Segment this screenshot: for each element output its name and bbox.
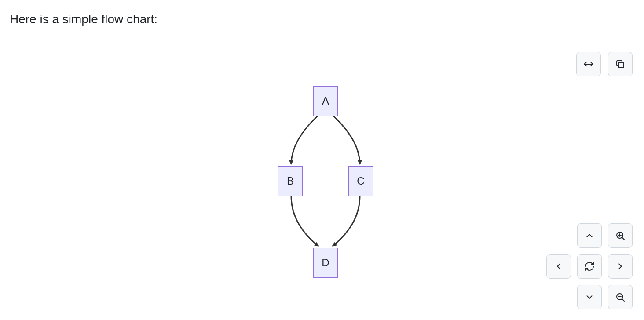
pan-up-button[interactable] [577,223,602,248]
copy-icon [615,59,626,69]
zoom-out-icon [615,292,626,302]
zoom-in-icon [615,230,626,241]
pan-right-button[interactable] [608,254,633,279]
toolbar-top [576,52,633,76]
chevron-right-icon [615,262,625,271]
svg-line-7 [622,299,625,302]
zoom-out-button[interactable] [608,285,633,309]
chevron-left-icon [554,262,564,271]
fit-width-button[interactable] [576,52,601,76]
page-heading: Here is a simple flow chart: [10,12,157,26]
chevron-up-icon [585,231,594,240]
arrows-horizontal-icon [583,58,594,70]
pan-down-button[interactable] [577,285,602,309]
node-d[interactable]: D [313,248,338,278]
copy-button[interactable] [608,52,633,76]
pan-left-button[interactable] [546,254,571,279]
node-b[interactable]: B [278,166,303,196]
node-d-label: D [322,257,329,269]
node-c[interactable]: C [348,166,373,196]
node-a-label: A [322,95,329,107]
node-c-label: C [357,175,364,187]
edge-a-c [333,116,360,164]
reset-icon [584,261,595,272]
edge-c-d [333,196,360,246]
chevron-down-icon [585,292,594,302]
zoom-in-button[interactable] [608,223,633,248]
edge-b-d [291,196,318,246]
toolbar-bottom [516,223,633,309]
edge-a-b [291,116,318,164]
reset-button[interactable] [577,254,602,279]
svg-line-3 [622,238,625,240]
node-b-label: B [287,175,294,187]
svg-rect-1 [618,62,624,68]
node-a[interactable]: A [313,86,338,116]
